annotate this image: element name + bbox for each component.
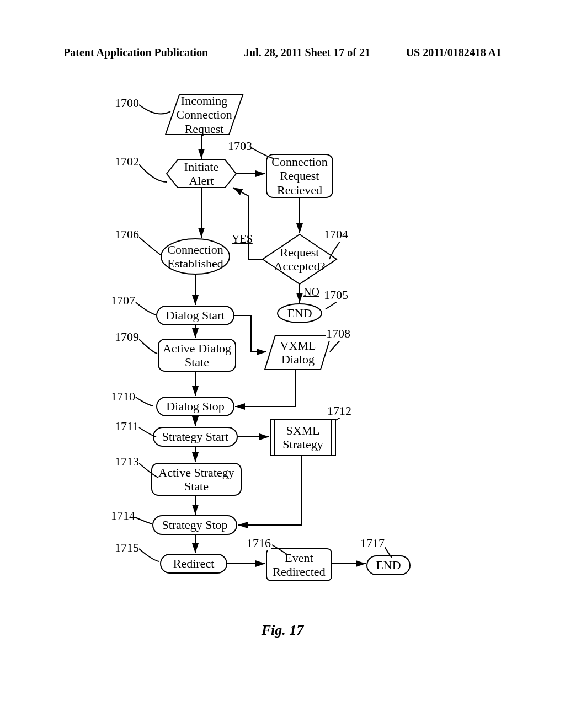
edge-yes: YES: [232, 233, 253, 245]
flowchart: Incoming Connection Request Initiate Ale…: [108, 88, 444, 623]
edge-no: NO: [303, 286, 319, 298]
node-strategy-start: Strategy Start: [153, 429, 237, 445]
node-event-redirected: Event Redirected: [266, 550, 332, 580]
node-connection-request-received: Connection Request Recieved: [268, 156, 332, 196]
node-active-dialog-state: Active Dialog State: [158, 340, 236, 370]
ref-1703: 1703: [228, 139, 252, 153]
header-right: US 2011/0182418 A1: [406, 46, 502, 59]
node-end-1: END: [278, 307, 322, 319]
ref-1707: 1707: [111, 293, 135, 308]
node-strategy-stop: Strategy Stop: [153, 517, 237, 533]
ref-1702: 1702: [115, 154, 139, 169]
node-dialog-start: Dialog Start: [157, 307, 234, 324]
figure-caption: Fig. 17: [0, 622, 565, 639]
page-header: Patent Application Publication Jul. 28, …: [63, 46, 502, 59]
ref-1715: 1715: [115, 540, 139, 555]
ref-1708: 1708: [326, 326, 350, 341]
ref-1717: 1717: [360, 536, 385, 550]
node-sxml-strategy: SXML Strategy: [270, 421, 335, 453]
node-initiate-alert: Initiate Alert: [168, 161, 234, 186]
node-incoming-request: Incoming Connection Request: [171, 96, 237, 133]
ref-1704: 1704: [324, 227, 348, 242]
node-redirect: Redirect: [161, 555, 227, 572]
node-end-2: END: [367, 557, 410, 574]
ref-1712: 1712: [327, 404, 351, 418]
node-active-strategy-state: Active Strategy State: [152, 464, 241, 494]
ref-1716: 1716: [247, 536, 271, 550]
ref-1714: 1714: [111, 508, 135, 523]
header-center: Jul. 28, 2011 Sheet 17 of 21: [244, 46, 370, 59]
ref-1706: 1706: [115, 227, 139, 242]
ref-1711: 1711: [115, 419, 138, 433]
ref-1709: 1709: [115, 330, 139, 344]
ref-1710: 1710: [111, 389, 135, 404]
node-dialog-stop: Dialog Stop: [157, 398, 234, 415]
ref-1713: 1713: [115, 454, 139, 469]
ref-1700: 1700: [115, 96, 139, 110]
node-request-accepted: Request Accepted?: [268, 246, 332, 272]
ref-1705: 1705: [324, 288, 348, 302]
header-left: Patent Application Publication: [63, 46, 208, 59]
node-connection-established: Connection Established: [162, 243, 228, 270]
node-vxml-dialog: VXML Dialog: [271, 338, 325, 367]
